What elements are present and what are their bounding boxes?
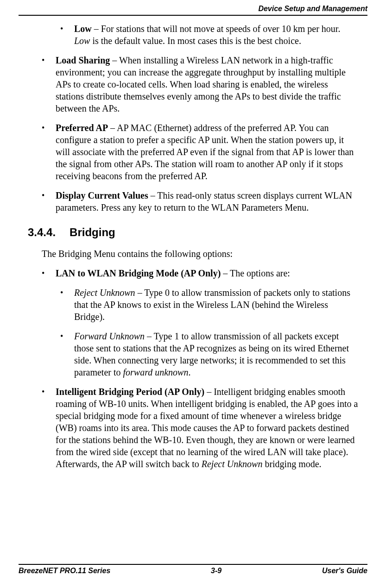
footer-center: 3-9 [211, 567, 221, 575]
footer-right: User's Guide [322, 567, 367, 575]
bullet-icon: • [42, 267, 56, 279]
sep: – [108, 123, 117, 133]
footer-row: BreezeNET PRO.11 Series 3-9 User's Guide [19, 567, 367, 575]
bullet-forward-unknown: • Forward Unknown – Type 1 to allow tran… [60, 330, 358, 378]
bullet-body: LAN to WLAN Bridging Mode (AP Only) – Th… [56, 267, 358, 279]
page: Device Setup and Management • Low – For … [0, 0, 386, 588]
heading-title: Bridging [70, 225, 115, 239]
bullet-icon: • [42, 122, 56, 182]
term-display-current: Display Current Values [56, 190, 148, 200]
sep: – [92, 24, 101, 34]
bullet-intelligent-bridging: • Intelligent Bridging Period (AP Only) … [42, 386, 358, 470]
bullet-reject-unknown: • Reject Unknown – Type 0 to allow trans… [60, 287, 358, 323]
sep: – [110, 55, 119, 65]
term-intelligent-bridging: Intelligent Bridging Period (AP Only) [56, 387, 204, 397]
sep: – [145, 331, 154, 341]
bullet-body: Intelligent Bridging Period (AP Only) – … [56, 386, 358, 470]
bullet-low: • Low – For stations that will not move … [60, 23, 358, 47]
sep: – [204, 387, 214, 397]
text: Intelligent bridging enables smooth roam… [56, 387, 358, 469]
term-reject-unknown: Reject Unknown [74, 288, 135, 298]
heading-number: 3.4.4. [28, 225, 56, 239]
text: The options are: [230, 268, 290, 278]
bullet-lan-wlan: • LAN to WLAN Bridging Mode (AP Only) – … [42, 267, 358, 279]
italic-forward-unknown: forward unknown [123, 367, 189, 377]
bullet-icon: • [42, 386, 56, 470]
term-preferred-ap: Preferred AP [56, 123, 108, 133]
text: . [188, 367, 190, 377]
bullet-body: Forward Unknown – Type 1 to allow transm… [74, 330, 358, 378]
bullet-body: Display Current Values – This read-only … [56, 189, 358, 213]
term-lan-wlan: LAN to WLAN Bridging Mode (AP Only) [56, 268, 221, 278]
bullet-body: Reject Unknown – Type 0 to allow transmi… [74, 287, 358, 323]
sep: – [135, 288, 145, 298]
sep: – [221, 268, 230, 278]
sep: – [148, 190, 158, 200]
bullet-body: Load Sharing – When installing a Wireles… [56, 54, 358, 114]
bullet-icon: • [42, 54, 56, 114]
term-forward-unknown: Forward Unknown [74, 331, 145, 341]
header-section-title: Device Setup and Management [19, 0, 367, 15]
bullet-icon: • [60, 23, 74, 47]
bullet-load-sharing: • Load Sharing – When installing a Wirel… [42, 54, 358, 114]
footer: BreezeNET PRO.11 Series 3-9 User's Guide [19, 564, 367, 575]
term-low: Low [74, 24, 92, 34]
bullet-icon: • [60, 330, 74, 378]
footer-left: BreezeNET PRO.11 Series [19, 567, 110, 575]
bullet-body: Low – For stations that will not move at… [74, 23, 358, 47]
term-load-sharing: Load Sharing [56, 55, 110, 65]
bullet-icon: • [60, 287, 74, 323]
text: bridging mode. [262, 459, 321, 469]
bullet-preferred-ap: • Preferred AP – AP MAC (Ethernet) addre… [42, 122, 358, 182]
content: • Low – For stations that will not move … [0, 16, 386, 470]
bullet-body: Preferred AP – AP MAC (Ethernet) address… [56, 122, 358, 182]
intro-text: The Bridging Menu contains the following… [42, 248, 358, 260]
italic-low: Low [74, 36, 90, 46]
bullet-icon: • [42, 189, 56, 213]
footer-rule [19, 564, 367, 565]
section-heading: 3.4.4. Bridging [28, 225, 358, 239]
text: is the default value. In most cases this… [90, 36, 301, 46]
text: For stations that will not move at speed… [101, 24, 341, 34]
bullet-display-current: • Display Current Values – This read-onl… [42, 189, 358, 213]
italic-reject-unknown: Reject Unknown [202, 459, 263, 469]
header: Device Setup and Management [0, 0, 386, 16]
